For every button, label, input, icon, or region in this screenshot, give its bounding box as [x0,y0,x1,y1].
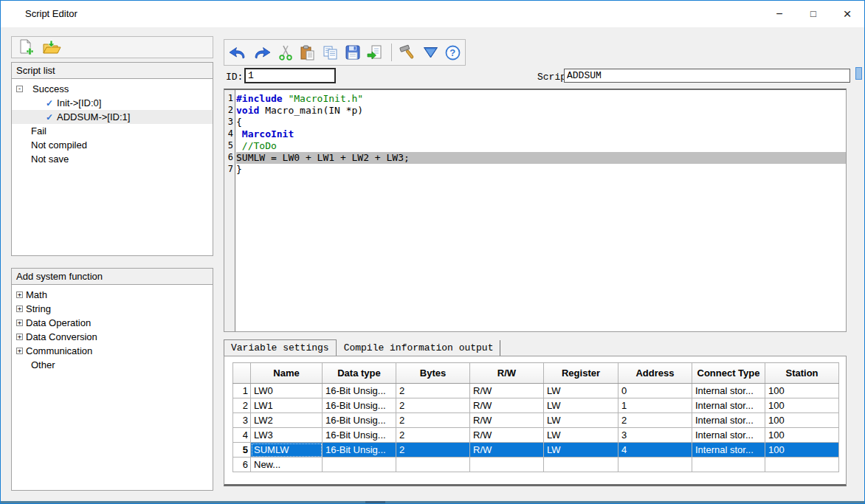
code-line-highlighted[interactable]: SUMLW = LW0 + LW1 + LW2 + LW3; [236,152,846,164]
toolbar-separator [391,44,392,61]
check-icon: ✓ [46,98,53,108]
expand-icon[interactable]: + [16,348,23,354]
expand-icon[interactable]: + [16,305,23,312]
bottom-scrollbar-thumb[interactable] [365,501,385,503]
tree-item-data-conversion[interactable]: +Data Conversion [12,330,213,344]
paste-icon[interactable] [300,43,315,62]
bottom-border-strip [1,501,864,503]
collapse-icon[interactable]: - [16,86,23,92]
save-icon[interactable] [345,43,360,62]
expand-icon[interactable]: + [16,334,23,340]
col-name[interactable]: Name [251,363,323,384]
tree-item-success[interactable]: -Success [12,82,213,96]
col-address[interactable]: Address [618,363,692,384]
tree-item-string[interactable]: +String [12,302,213,316]
undo-icon[interactable] [229,43,247,62]
script-list-panel: Script list -Success ✓Init->[ID:0] ✓ADDS… [11,62,213,256]
line-number-gutter: 1 2 3 4 5 6 7 [224,90,235,331]
check-icon: ✓ [46,112,53,122]
maximize-button[interactable]: □ [796,1,830,27]
script-toolbar [11,36,213,58]
expand-icon[interactable]: + [16,320,23,326]
tree-item-init[interactable]: ✓Init->[ID:0] [12,96,213,110]
tree-item-data-operation[interactable]: +Data Operation [12,316,213,330]
tree-item-not-save[interactable]: Not save [12,152,213,166]
compile-hammer-icon[interactable] [399,43,416,62]
code-line[interactable]: { [236,117,846,128]
table-row[interactable]: 4 LW3 16-Bit Unsig... 2 R/W LW 3 Interna… [233,428,839,443]
editor-toolbar: ? [224,39,466,66]
script-editor-window: Script Editor − □ × Script list - [0,0,865,504]
script-name-input[interactable] [564,69,850,83]
variable-table: Name Data type Bytes R/W Register Addres… [232,362,839,472]
window-title: Script Editor [25,8,77,19]
bottom-tabs: Variable settings Compile information ou… [224,339,500,356]
save-as-icon[interactable] [367,43,382,62]
new-script-icon[interactable] [16,38,35,57]
table-row-new[interactable]: 6 New... [233,458,839,472]
cut-icon[interactable] [278,43,293,62]
scrollbar-thumb[interactable] [855,67,862,80]
tree-item-addsum[interactable]: ✓ADDSUM->[ID:1] [12,110,213,124]
table-row-selected[interactable]: 5 SUMLW 16-Bit Unsig... 2 R/W LW 4 Inter… [233,443,839,458]
id-label: ID: [226,72,243,83]
code-line[interactable]: #include "MacroInit.h" [236,93,846,105]
help-icon[interactable]: ? [445,43,461,62]
code-line[interactable]: //ToDo [236,140,846,152]
system-function-header: Add system function [12,269,213,285]
tree-item-not-compiled[interactable]: Not compiled [12,138,213,152]
code-line[interactable]: MarcoInit [236,128,846,140]
code-line[interactable]: void Macro_main(IN *p) [236,105,846,117]
table-row[interactable]: 3 LW2 16-Bit Unsig... 2 R/W LW 2 Interna… [233,413,839,428]
col-bytes[interactable]: Bytes [396,363,470,384]
tree-item-other[interactable]: Other [12,358,213,372]
col-datatype[interactable]: Data type [323,363,396,384]
system-function-panel: Add system function +Math +String +Data … [11,268,213,491]
expand-icon[interactable]: + [16,291,23,298]
help-question-mark: ? [445,43,461,62]
table-row[interactable]: 1 LW0 16-Bit Unsig... 2 R/W LW 0 Interna… [233,384,839,398]
id-input[interactable] [244,68,336,83]
table-row[interactable]: 2 LW1 16-Bit Unsig... 2 R/W LW 1 Interna… [233,398,839,413]
code-area[interactable]: #include "MacroInit.h" void Macro_main(I… [236,93,846,176]
col-connect[interactable]: Connect Type [692,363,765,384]
redo-icon[interactable] [253,43,271,62]
code-line[interactable]: } [236,164,846,176]
minimize-button[interactable]: − [762,1,796,27]
tree-item-communication[interactable]: +Communication [12,344,213,358]
col-register[interactable]: Register [544,363,618,384]
table-header-row: Name Data type Bytes R/W Register Addres… [233,363,839,384]
col-rw[interactable]: R/W [470,363,544,384]
code-editor[interactable]: 1 2 3 4 5 6 7 #include "MacroInit.h" voi… [224,89,847,332]
open-script-icon[interactable] [42,38,61,57]
tree-item-math[interactable]: +Math [12,288,213,302]
variable-table-panel: Name Data type Bytes R/W Register Addres… [224,356,847,486]
corner-header[interactable] [233,363,251,384]
tab-variable-settings[interactable]: Variable settings [224,339,337,356]
close-button[interactable]: × [830,1,864,27]
tab-compile-output[interactable]: Compile information output [337,340,501,356]
script-list-header: Script list [12,63,213,79]
tree-item-fail[interactable]: Fail [12,124,213,138]
download-triangle-icon[interactable] [422,43,438,62]
copy-icon[interactable] [323,43,338,62]
col-station[interactable]: Station [765,363,839,384]
title-bar: Script Editor − □ × [1,1,864,27]
